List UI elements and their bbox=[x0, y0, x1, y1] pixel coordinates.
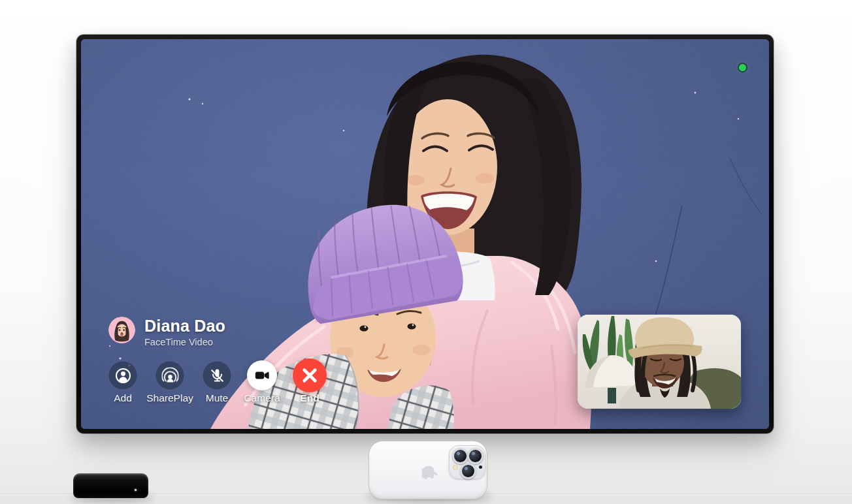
iphone-flash bbox=[453, 465, 458, 470]
apple-tv-status-led bbox=[135, 489, 137, 491]
microphone-slash-icon bbox=[208, 367, 225, 384]
caller-info: Diana Dao FaceTime Video bbox=[108, 317, 225, 349]
pip-video-feed bbox=[578, 315, 741, 409]
end-call-button-circle[interactable] bbox=[293, 358, 327, 392]
camera-active-indicator bbox=[739, 64, 746, 71]
person-circle-icon bbox=[114, 367, 131, 384]
apple-tv-facetime-scene: Diana Dao FaceTime Video Add bbox=[0, 0, 852, 504]
shareplay-person-arcs-icon bbox=[161, 367, 178, 384]
camera-button-circle[interactable] bbox=[247, 360, 277, 390]
television: Diana Dao FaceTime Video Add bbox=[76, 35, 774, 433]
iphone-lens-3 bbox=[460, 463, 476, 479]
apple-tv-device bbox=[73, 473, 148, 498]
pip-local-video[interactable] bbox=[578, 315, 741, 409]
close-x-icon bbox=[301, 367, 318, 384]
iphone-device bbox=[369, 441, 487, 499]
iphone-lens-2 bbox=[467, 448, 483, 464]
iphone-camera-module bbox=[449, 445, 485, 479]
iphone-lens-1 bbox=[452, 448, 468, 464]
tv-screen: Diana Dao FaceTime Video Add bbox=[81, 39, 769, 429]
add-button-circle[interactable] bbox=[109, 362, 137, 390]
caller-name: Diana Dao bbox=[144, 317, 225, 335]
shareplay-button-circle[interactable] bbox=[156, 362, 184, 390]
video-camera-icon bbox=[254, 368, 270, 383]
apple-logo-icon bbox=[420, 464, 440, 480]
mute-button-circle[interactable] bbox=[203, 362, 231, 390]
memoji-avatar bbox=[108, 317, 135, 343]
caller-avatar bbox=[108, 317, 135, 343]
iphone-lidar bbox=[479, 465, 482, 469]
caller-service: FaceTime Video bbox=[144, 336, 225, 349]
